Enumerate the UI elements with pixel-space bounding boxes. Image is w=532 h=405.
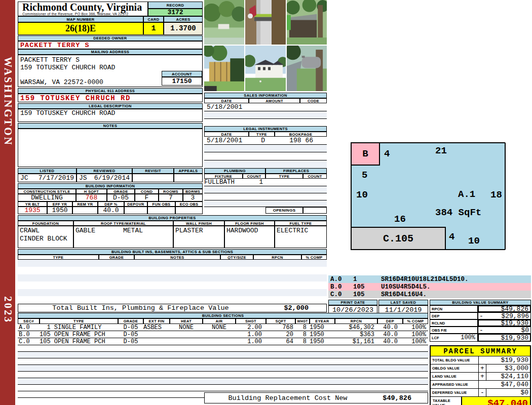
built-ins-header: BUILDING BUILT INS, BASEMENTS, ATTICS & … xyxy=(18,249,327,255)
segment-vector: U10SU4R5D4L5. xyxy=(381,284,431,291)
mailing-address-header: MAILING ADDRESS xyxy=(18,49,203,55)
ecoobs-header: ECO OBS xyxy=(175,201,203,207)
building-properties-values: CRAWL CINDER BLOCK GABLE METAL PLASTER H… xyxy=(18,226,327,248)
building-section-row: C.0 105 OPEN FRAME PCH D-05 1.00 64 8 19… xyxy=(18,338,428,345)
bs-ext xyxy=(143,331,170,338)
appeals-value xyxy=(174,174,203,182)
dep-pct-value: 40.0 xyxy=(98,207,124,214)
legal-description-value: 159 TOTUSKEY CHURCH ROAD xyxy=(18,109,203,122)
listed-value: JC7/17/2019 xyxy=(18,174,77,182)
listed-date: 7/17/2019 xyxy=(39,174,74,182)
bs-whgt: 8 xyxy=(295,324,310,331)
card-value: 1 xyxy=(143,22,164,35)
notes-box xyxy=(18,129,203,167)
bs-eyear: 1950 xyxy=(310,338,335,345)
bs-rpcn: $1,161 xyxy=(335,338,377,345)
bs-rpcn: $363 xyxy=(335,331,377,338)
bvs-op: - xyxy=(478,312,485,320)
ps-appraised-value: $47,040 xyxy=(479,381,530,388)
replacement-cost-value: $49,826 xyxy=(371,394,411,402)
segment-num: 105 xyxy=(353,284,381,291)
ps-op: + xyxy=(479,373,486,380)
bs-grade: D-05 xyxy=(118,338,143,345)
bs-comp: 100% xyxy=(403,324,428,331)
segment-row-c: C.0 105 SR16D4L16U4. xyxy=(328,291,531,298)
sales-date-header: DATE xyxy=(204,98,249,103)
county-title: Richmond County, Virginia xyxy=(22,2,147,12)
bs-grade: D-05 xyxy=(118,324,143,331)
review-values: JC7/17/2019 JS6/19/2014 xyxy=(18,174,203,182)
cond-value: F xyxy=(135,194,159,201)
ecoobs-value xyxy=(175,207,203,214)
bs-dep: 40.0 xyxy=(377,324,403,331)
building-sections-col-headers: SEC# TYPE GRADE EXT FIN HEAT AIR SHGT SQ… xyxy=(18,318,428,324)
bvs-lcf-value: $19,930 xyxy=(485,334,530,342)
wall-finish-value: PLASTER xyxy=(173,226,224,248)
ps-deferred-value: $0 xyxy=(486,389,530,396)
sketch-section-c-label: C.105 xyxy=(383,233,413,245)
photo-house-front[interactable] xyxy=(245,46,286,91)
bs-type: 105 OPEN FRAME PCH xyxy=(40,338,118,345)
bs-dep: 40.0 xyxy=(377,331,403,338)
cond-header: COND xyxy=(135,189,159,194)
sketch-dim-right: 18 xyxy=(490,189,502,200)
replacement-cost-label: Building Replacement Cost New xyxy=(205,394,371,402)
fixture-count-value: 1 xyxy=(243,179,263,186)
last-saved-header: LAST SAVED xyxy=(378,300,428,305)
floor-finish-header: FLOOR FINISH xyxy=(224,221,275,226)
roof-value: GABLE METAL xyxy=(73,226,173,248)
sketch-dim-b-height: 5 xyxy=(362,170,367,181)
photo-yard-trees[interactable] xyxy=(204,0,244,45)
bi-comp-header: % COMP xyxy=(301,255,327,260)
bs-rpcn: $46,302 xyxy=(335,324,377,331)
listed-by: JC xyxy=(20,174,28,182)
fireplace-count-header: COUNT xyxy=(303,174,327,179)
physical-address-value: 159 TOTUSKEY CHRUCH RD xyxy=(18,94,203,102)
bi-qty-header: QTY/SIZE xyxy=(220,255,253,260)
bs-heat-header: HEAT xyxy=(170,318,203,324)
roof-type-value: GABLE xyxy=(75,227,95,248)
mailing-line-1: PACKETT TERRY S xyxy=(20,56,202,64)
funobs-header: FUN OBS xyxy=(147,201,175,207)
grade-header: GRADE xyxy=(107,189,135,194)
ps-land-label: LAND VALUE xyxy=(431,373,479,380)
bs-whgt: 8 xyxy=(295,338,310,345)
bs-whgt: 8 xyxy=(295,331,310,338)
revisit-header: REVISIT xyxy=(132,168,174,174)
bs-sec: A.0 xyxy=(18,324,40,331)
sketch-dim-mid: 16 xyxy=(394,214,406,225)
bi-notes-header: NOTES xyxy=(134,255,220,260)
reviewed-value: JS6/19/2014 xyxy=(77,174,132,182)
wall-finish-header: WALL FINISH xyxy=(173,221,224,226)
photo-fence[interactable] xyxy=(204,46,244,91)
bs-eyear: 1950 xyxy=(310,331,335,338)
building-info-row2-headers: YR BLT EFF YR REM YR DEP % DEPOVR FUN OB… xyxy=(18,201,203,207)
bi-type-header: TYPE xyxy=(18,255,99,260)
bs-comp: 100% xyxy=(403,338,428,345)
built-ins-total-label: Total Built Ins, Plumbing & Fireplace Va… xyxy=(18,304,263,312)
bs-heat xyxy=(170,338,203,345)
photo-post-flag[interactable] xyxy=(245,0,286,45)
photo-shed[interactable] xyxy=(287,0,327,45)
bdrms-header: BDRMS xyxy=(183,189,203,194)
notes-header: NOTES xyxy=(18,123,203,129)
building-sketch: B C.105 4 21 5 10 A.1 18 384 SqFt 16 4 1… xyxy=(351,142,506,250)
sales-rows: 5/18/2001 xyxy=(204,103,327,127)
openings-row: OPENINGS xyxy=(265,207,327,214)
bvs-obs-label: OBS F/E xyxy=(430,327,478,334)
photo-mailbox[interactable] xyxy=(287,46,327,91)
li-bookpage-header: BOOKPAGE xyxy=(275,132,327,137)
remyr-header: REM YR xyxy=(72,201,98,207)
building-info-row2-values: 1935 1950 40.0 xyxy=(18,207,203,214)
card-header: CARD xyxy=(143,16,164,22)
li-bookpage: 198 66 xyxy=(276,137,327,144)
deeded-owner-value: PACKETT TERRY S xyxy=(18,41,203,49)
segment-id: B.0 xyxy=(330,284,353,291)
parcel-summary: PARCEL SUMMARY TOTAL BLDG VALUE $19,930 … xyxy=(430,345,531,405)
reviewed-header: REVIEWED xyxy=(77,168,132,174)
legal-instrument-row: 5/18/2001 D 198 66 xyxy=(204,137,327,145)
roof-material-value: METAL xyxy=(123,227,143,248)
bs-rpcn-header: RPCN xyxy=(335,318,377,324)
sales-date: 5/18/2001 xyxy=(204,103,250,111)
listed-header: LISTED xyxy=(18,168,77,174)
